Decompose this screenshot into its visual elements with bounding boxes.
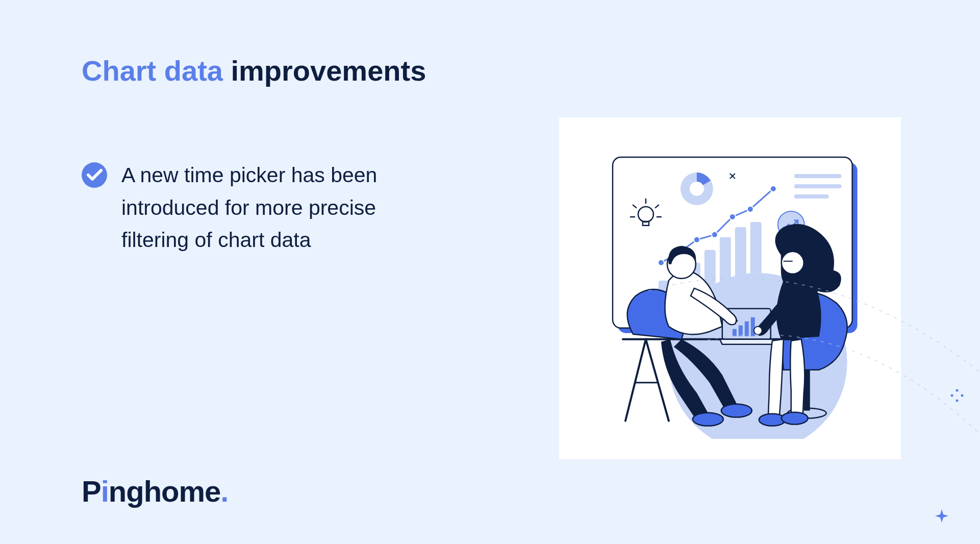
svg-point-31 — [770, 186, 776, 192]
svg-point-25 — [658, 260, 664, 266]
logo-suffix: nghome — [109, 475, 221, 508]
svg-point-49 — [754, 327, 762, 335]
logo-letter-p: P — [82, 475, 101, 508]
plus-dots-icon — [949, 388, 965, 403]
pinghome-logo: Pinghome. — [82, 474, 228, 508]
check-circle-icon — [82, 162, 107, 188]
svg-point-51 — [782, 412, 808, 425]
svg-point-55 — [961, 394, 964, 397]
heading-normal: improvements — [231, 55, 426, 87]
svg-point-47 — [782, 252, 804, 274]
svg-line-36 — [625, 339, 646, 421]
svg-point-4 — [690, 182, 704, 196]
logo-period: . — [220, 475, 228, 508]
svg-point-45 — [693, 413, 723, 426]
svg-rect-40 — [733, 329, 737, 336]
svg-point-27 — [694, 237, 700, 243]
svg-point-28 — [712, 232, 718, 238]
feature-bullet: A new time picker has been introduced fo… — [82, 154, 439, 257]
svg-rect-41 — [739, 326, 743, 336]
heading-highlight: Chart data — [82, 55, 223, 87]
svg-rect-42 — [745, 322, 749, 336]
page-heading: Chart data improvements — [82, 54, 898, 88]
svg-point-46 — [721, 404, 752, 417]
logo-letter-i: i — [101, 474, 109, 508]
sparkle-icon — [934, 508, 949, 524]
bullet-text: A new time picker has been introduced fo… — [121, 159, 439, 257]
illustration-card — [559, 117, 901, 459]
svg-rect-43 — [751, 317, 755, 336]
svg-point-30 — [747, 206, 753, 212]
svg-point-54 — [951, 394, 953, 397]
analytics-illustration-icon — [580, 138, 881, 439]
svg-point-29 — [730, 214, 736, 220]
svg-point-53 — [956, 400, 959, 402]
svg-point-52 — [956, 389, 959, 392]
